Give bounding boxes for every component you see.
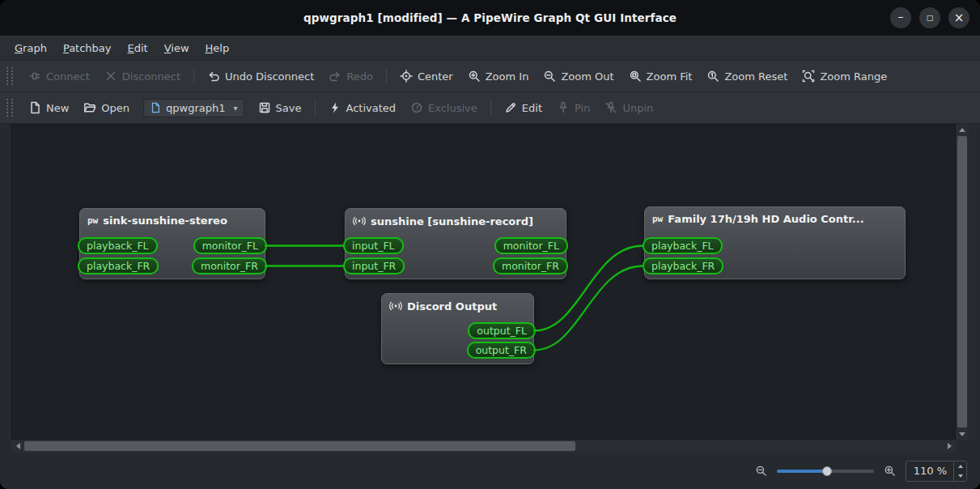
port-playback-fl[interactable]: playback_FL — [643, 237, 723, 254]
undo-icon — [207, 70, 220, 83]
redo-label: Redo — [346, 70, 373, 83]
unpin-button[interactable]: Unpin — [597, 96, 660, 119]
toolbar-grip[interactable] — [6, 99, 13, 117]
close-button[interactable]: × — [948, 7, 969, 28]
toolbar-separator — [490, 100, 491, 116]
scroll-right-button[interactable] — [943, 440, 956, 453]
toolbar-grip[interactable] — [6, 67, 13, 85]
scroll-up-button[interactable] — [956, 124, 969, 135]
cables-layer — [12, 125, 956, 440]
activated-button[interactable]: Activated — [321, 96, 404, 119]
port-monitor-fr[interactable]: monitor_FR — [192, 257, 267, 274]
node-title: sunshine [sunshine-record] — [346, 209, 566, 229]
menu-patchbay[interactable]: Patchbay — [55, 38, 120, 58]
zoom-in-button[interactable]: Zoom In — [460, 65, 537, 87]
scroll-left-button[interactable] — [11, 440, 24, 453]
port-playback-fl[interactable]: playback_FL — [78, 237, 158, 254]
node-title: pw Family 17h/19h HD Audio Contr... — [645, 207, 905, 227]
spin-down-button[interactable] — [954, 471, 966, 481]
pin-label: Pin — [575, 102, 590, 114]
scroll-down-button[interactable] — [956, 428, 969, 440]
edit-button[interactable]: Edit — [497, 96, 549, 119]
node-title-text: sink-sunshine-stereo — [103, 215, 227, 227]
node-family-hd-audio[interactable]: pw Family 17h/19h HD Audio Contr... play… — [644, 206, 906, 279]
disconnect-icon — [104, 70, 117, 83]
exclusive-button[interactable]: f Exclusive — [403, 96, 485, 119]
zoom-out-label: Zoom Out — [561, 70, 613, 83]
connect-button[interactable]: Connect — [21, 65, 97, 87]
disconnect-label: Disconnect — [122, 70, 180, 83]
menu-edit[interactable]: Edit — [120, 38, 156, 58]
application-icon — [353, 215, 366, 227]
menu-view[interactable]: View — [156, 38, 197, 58]
horizontal-scrollbar-thumb[interactable] — [24, 441, 575, 451]
open-button[interactable]: Open — [76, 96, 137, 119]
toolbar-separator — [386, 68, 387, 84]
port-input-fl[interactable]: input_FL — [343, 237, 404, 254]
node-sunshine[interactable]: sunshine [sunshine-record] input_FL inpu… — [345, 208, 566, 279]
zoom-out-icon — [755, 465, 767, 477]
zoom-range-label: Zoom Range — [820, 70, 887, 83]
node-discord-output[interactable]: Discord Output output_FL output_FR — [381, 293, 534, 364]
zoom-out-icon — [543, 70, 556, 83]
zoom-spinbox[interactable]: 110 % — [906, 461, 967, 482]
zoom-reset-label: Zoom Reset — [724, 70, 787, 83]
new-button[interactable]: New — [21, 96, 76, 119]
menu-help[interactable]: Help — [197, 38, 238, 58]
undo-disconnect-label: Undo Disconnect — [225, 70, 314, 83]
save-button[interactable]: Save — [251, 96, 309, 119]
zoom-in-icon — [884, 465, 896, 477]
workspace: pw sink-sunshine-stereo playback_FL play… — [0, 124, 980, 489]
vertical-scrollbar[interactable] — [956, 124, 969, 440]
node-sink-sunshine-stereo[interactable]: pw sink-sunshine-stereo playback_FL play… — [79, 208, 265, 279]
statusbar: 110 % — [11, 453, 969, 489]
port-playback-fr[interactable]: playback_FR — [78, 257, 159, 274]
spin-up-icon — [958, 462, 963, 468]
disconnect-button[interactable]: Disconnect — [97, 65, 188, 87]
patchbay-file-combo[interactable]: qpwgraph1 ▾ — [143, 99, 244, 117]
port-monitor-fl[interactable]: monitor_FL — [193, 237, 267, 254]
port-input-fr[interactable]: input_FR — [343, 257, 405, 274]
undo-disconnect-button[interactable]: Undo Disconnect — [200, 65, 321, 87]
center-button[interactable]: Center — [392, 65, 460, 87]
zoom-out-button[interactable]: Zoom Out — [536, 65, 621, 87]
port-monitor-fr[interactable]: monitor_FR — [493, 257, 568, 274]
maximize-button[interactable]: □ — [919, 7, 940, 28]
chevron-down-icon: ▾ — [234, 104, 238, 113]
arrow-up-icon — [959, 125, 965, 132]
arrow-right-icon — [948, 443, 955, 449]
redo-icon — [329, 70, 342, 83]
zoom-fit-button[interactable]: Zoom Fit — [622, 65, 700, 87]
arrow-left-icon — [13, 443, 20, 449]
zoom-reset-icon — [706, 70, 719, 83]
zoom-slider[interactable] — [777, 465, 874, 478]
redo-button[interactable]: Redo — [321, 65, 380, 87]
connect-label: Connect — [46, 70, 90, 83]
port-output-fl[interactable]: output_FL — [468, 322, 536, 339]
menu-graph[interactable]: Graph — [6, 38, 55, 58]
zoom-range-button[interactable]: Zoom Range — [795, 65, 894, 87]
spin-up-button[interactable] — [954, 461, 966, 471]
scrollbar-corner — [956, 440, 969, 453]
graph-canvas[interactable]: pw sink-sunshine-stereo playback_FL play… — [11, 124, 956, 440]
center-icon — [400, 70, 413, 83]
menubar: Graph Patchbay Edit View Help — [0, 36, 980, 61]
activated-label: Activated — [346, 102, 397, 114]
vertical-scrollbar-thumb[interactable] — [957, 136, 967, 427]
zoom-slider-handle[interactable] — [822, 466, 832, 476]
port-monitor-fl[interactable]: monitor_FL — [494, 237, 568, 254]
pin-button[interactable]: Pin — [549, 96, 597, 119]
horizontal-scrollbar-track[interactable] — [24, 440, 943, 453]
minimize-button[interactable]: – — [890, 7, 911, 28]
port-playback-fr[interactable]: playback_FR — [643, 257, 723, 274]
port-output-fr[interactable]: output_FR — [467, 342, 536, 359]
zoom-reset-button[interactable]: Zoom Reset — [699, 65, 795, 87]
window-controls: – □ × — [890, 7, 980, 28]
zoom-range-icon — [802, 70, 815, 83]
pin-icon — [557, 101, 570, 114]
unpin-icon — [605, 101, 617, 114]
edit-label: Edit — [522, 102, 542, 114]
zoom-value[interactable]: 110 % — [906, 461, 953, 481]
horizontal-scrollbar[interactable] — [11, 440, 956, 453]
open-label: Open — [101, 102, 129, 114]
